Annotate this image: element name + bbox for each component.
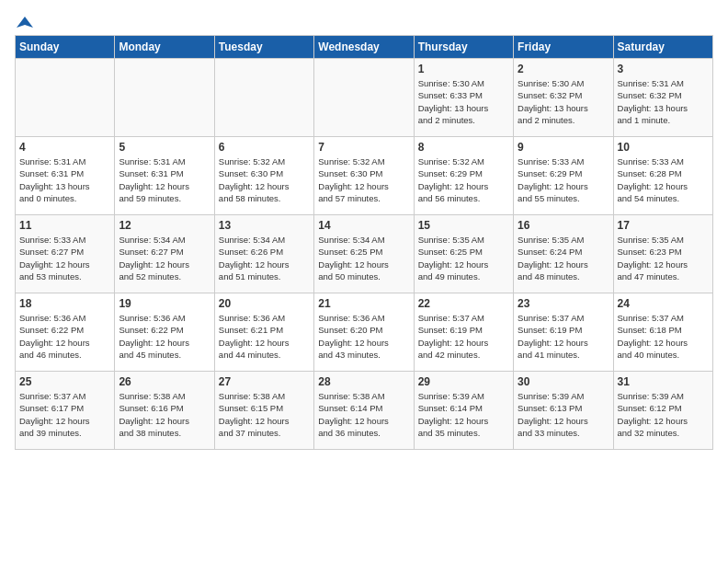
calendar-cell: 23Sunrise: 5:37 AMSunset: 6:19 PMDayligh… xyxy=(514,293,613,372)
day-number: 6 xyxy=(219,141,310,154)
calendar-cell: 5Sunrise: 5:31 AMSunset: 6:31 PMDaylight… xyxy=(115,137,214,215)
day-number: 14 xyxy=(318,219,409,232)
calendar-cell: 6Sunrise: 5:32 AMSunset: 6:30 PMDaylight… xyxy=(214,137,313,215)
calendar-cell: 11Sunrise: 5:33 AMSunset: 6:27 PMDayligh… xyxy=(16,215,115,293)
calendar-cell xyxy=(16,59,115,137)
day-number: 5 xyxy=(119,141,210,154)
day-number: 15 xyxy=(418,219,509,232)
calendar-cell: 27Sunrise: 5:38 AMSunset: 6:15 PMDayligh… xyxy=(214,372,313,450)
day-of-week-header: Saturday xyxy=(613,36,712,59)
calendar-cell: 9Sunrise: 5:33 AMSunset: 6:29 PMDaylight… xyxy=(514,137,613,215)
logo-bird-icon xyxy=(17,15,33,31)
day-number: 12 xyxy=(119,219,210,232)
calendar-cell: 28Sunrise: 5:38 AMSunset: 6:14 PMDayligh… xyxy=(314,372,414,450)
day-info: Sunrise: 5:36 AMSunset: 6:22 PMDaylight:… xyxy=(19,312,110,361)
calendar-week-row: 18Sunrise: 5:36 AMSunset: 6:22 PMDayligh… xyxy=(16,293,713,372)
day-info: Sunrise: 5:33 AMSunset: 6:28 PMDaylight:… xyxy=(618,155,709,204)
day-number: 22 xyxy=(418,297,509,310)
day-info: Sunrise: 5:32 AMSunset: 6:30 PMDaylight:… xyxy=(219,155,310,204)
calendar-cell: 29Sunrise: 5:39 AMSunset: 6:14 PMDayligh… xyxy=(414,372,513,450)
calendar-cell: 1Sunrise: 5:30 AMSunset: 6:33 PMDaylight… xyxy=(414,59,513,137)
header-row: SundayMondayTuesdayWednesdayThursdayFrid… xyxy=(16,36,713,59)
day-info: Sunrise: 5:38 AMSunset: 6:16 PMDaylight:… xyxy=(119,390,210,439)
day-info: Sunrise: 5:31 AMSunset: 6:31 PMDaylight:… xyxy=(119,155,210,204)
calendar-cell: 16Sunrise: 5:35 AMSunset: 6:24 PMDayligh… xyxy=(514,215,613,293)
day-of-week-header: Tuesday xyxy=(214,36,313,59)
day-info: Sunrise: 5:32 AMSunset: 6:30 PMDaylight:… xyxy=(318,155,409,204)
day-number: 1 xyxy=(418,63,509,75)
calendar-table: SundayMondayTuesdayWednesdayThursdayFrid… xyxy=(15,35,713,450)
day-number: 10 xyxy=(618,141,709,154)
calendar-cell: 22Sunrise: 5:37 AMSunset: 6:19 PMDayligh… xyxy=(414,293,513,372)
day-number: 28 xyxy=(318,375,409,388)
calendar-cell: 19Sunrise: 5:36 AMSunset: 6:22 PMDayligh… xyxy=(115,293,214,372)
calendar-week-row: 4Sunrise: 5:31 AMSunset: 6:31 PMDaylight… xyxy=(16,137,713,215)
calendar-cell: 15Sunrise: 5:35 AMSunset: 6:25 PMDayligh… xyxy=(414,215,513,293)
day-number: 9 xyxy=(518,141,609,154)
calendar-cell: 2Sunrise: 5:30 AMSunset: 6:32 PMDaylight… xyxy=(514,59,613,137)
day-info: Sunrise: 5:34 AMSunset: 6:25 PMDaylight:… xyxy=(318,234,409,282)
day-info: Sunrise: 5:32 AMSunset: 6:29 PMDaylight:… xyxy=(418,155,509,204)
day-info: Sunrise: 5:30 AMSunset: 6:32 PMDaylight:… xyxy=(518,77,609,126)
day-info: Sunrise: 5:39 AMSunset: 6:14 PMDaylight:… xyxy=(418,390,509,439)
day-number: 19 xyxy=(119,297,210,310)
calendar-cell: 4Sunrise: 5:31 AMSunset: 6:31 PMDaylight… xyxy=(16,137,115,215)
calendar-cell: 7Sunrise: 5:32 AMSunset: 6:30 PMDaylight… xyxy=(314,137,414,215)
day-info: Sunrise: 5:37 AMSunset: 6:19 PMDaylight:… xyxy=(518,312,609,361)
day-info: Sunrise: 5:37 AMSunset: 6:18 PMDaylight:… xyxy=(618,312,709,361)
day-number: 30 xyxy=(518,375,609,388)
day-number: 31 xyxy=(618,375,709,388)
calendar-cell: 12Sunrise: 5:34 AMSunset: 6:27 PMDayligh… xyxy=(115,215,214,293)
day-number: 7 xyxy=(318,141,409,154)
svg-marker-0 xyxy=(17,17,33,28)
day-info: Sunrise: 5:37 AMSunset: 6:17 PMDaylight:… xyxy=(19,390,110,439)
day-of-week-header: Wednesday xyxy=(314,36,414,59)
calendar-week-row: 1Sunrise: 5:30 AMSunset: 6:33 PMDaylight… xyxy=(16,59,713,137)
calendar-cell xyxy=(115,59,214,137)
calendar-cell: 21Sunrise: 5:36 AMSunset: 6:20 PMDayligh… xyxy=(314,293,414,372)
header xyxy=(15,15,713,28)
day-of-week-header: Friday xyxy=(514,36,613,59)
calendar-cell: 14Sunrise: 5:34 AMSunset: 6:25 PMDayligh… xyxy=(314,215,414,293)
calendar-cell: 3Sunrise: 5:31 AMSunset: 6:32 PMDaylight… xyxy=(613,59,712,137)
day-info: Sunrise: 5:38 AMSunset: 6:15 PMDaylight:… xyxy=(219,390,310,439)
day-info: Sunrise: 5:36 AMSunset: 6:22 PMDaylight:… xyxy=(119,312,210,361)
day-number: 13 xyxy=(219,219,310,232)
day-number: 27 xyxy=(219,375,310,388)
day-info: Sunrise: 5:34 AMSunset: 6:27 PMDaylight:… xyxy=(119,234,210,282)
day-info: Sunrise: 5:38 AMSunset: 6:14 PMDaylight:… xyxy=(318,390,409,439)
calendar-cell: 25Sunrise: 5:37 AMSunset: 6:17 PMDayligh… xyxy=(16,372,115,450)
calendar-cell: 26Sunrise: 5:38 AMSunset: 6:16 PMDayligh… xyxy=(115,372,214,450)
day-info: Sunrise: 5:31 AMSunset: 6:32 PMDaylight:… xyxy=(618,77,709,126)
calendar-week-row: 25Sunrise: 5:37 AMSunset: 6:17 PMDayligh… xyxy=(16,372,713,450)
day-number: 20 xyxy=(219,297,310,310)
calendar-cell: 30Sunrise: 5:39 AMSunset: 6:13 PMDayligh… xyxy=(514,372,613,450)
calendar-cell: 24Sunrise: 5:37 AMSunset: 6:18 PMDayligh… xyxy=(613,293,712,372)
calendar-cell: 10Sunrise: 5:33 AMSunset: 6:28 PMDayligh… xyxy=(613,137,712,215)
day-info: Sunrise: 5:30 AMSunset: 6:33 PMDaylight:… xyxy=(418,77,509,126)
logo xyxy=(15,15,33,28)
day-number: 8 xyxy=(418,141,509,154)
day-number: 26 xyxy=(119,375,210,388)
day-info: Sunrise: 5:39 AMSunset: 6:13 PMDaylight:… xyxy=(518,390,609,439)
calendar-cell: 20Sunrise: 5:36 AMSunset: 6:21 PMDayligh… xyxy=(214,293,313,372)
day-number: 25 xyxy=(19,375,110,388)
day-number: 16 xyxy=(518,219,609,232)
day-number: 29 xyxy=(418,375,509,388)
calendar-cell: 8Sunrise: 5:32 AMSunset: 6:29 PMDaylight… xyxy=(414,137,513,215)
calendar-cell xyxy=(314,59,414,137)
day-number: 23 xyxy=(518,297,609,310)
day-info: Sunrise: 5:35 AMSunset: 6:25 PMDaylight:… xyxy=(418,234,509,282)
calendar-week-row: 11Sunrise: 5:33 AMSunset: 6:27 PMDayligh… xyxy=(16,215,713,293)
day-number: 2 xyxy=(518,63,609,75)
calendar-cell: 31Sunrise: 5:39 AMSunset: 6:12 PMDayligh… xyxy=(613,372,712,450)
day-of-week-header: Monday xyxy=(115,36,214,59)
day-info: Sunrise: 5:36 AMSunset: 6:20 PMDaylight:… xyxy=(318,312,409,361)
day-info: Sunrise: 5:36 AMSunset: 6:21 PMDaylight:… xyxy=(219,312,310,361)
day-info: Sunrise: 5:39 AMSunset: 6:12 PMDaylight:… xyxy=(618,390,709,439)
day-number: 18 xyxy=(19,297,110,310)
calendar-cell xyxy=(214,59,313,137)
day-number: 17 xyxy=(618,219,709,232)
calendar-cell: 13Sunrise: 5:34 AMSunset: 6:26 PMDayligh… xyxy=(214,215,313,293)
day-info: Sunrise: 5:33 AMSunset: 6:29 PMDaylight:… xyxy=(518,155,609,204)
